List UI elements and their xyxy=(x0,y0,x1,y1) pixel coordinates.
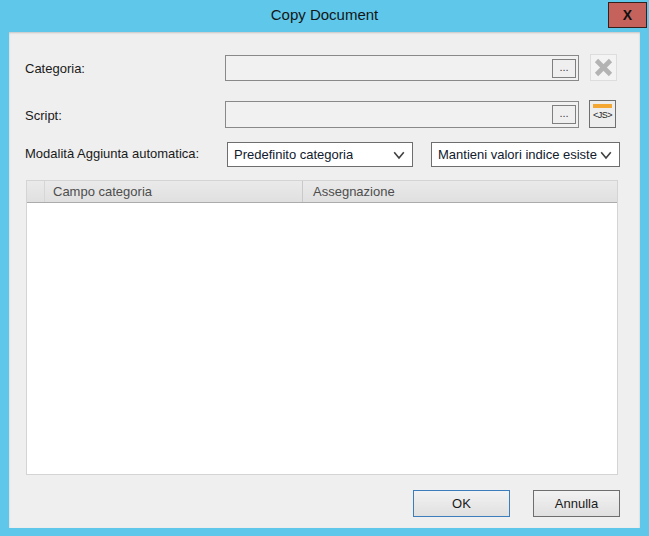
grid-column-assegnazione[interactable]: Assegnazione xyxy=(303,181,617,202)
chevron-down-icon xyxy=(600,151,612,160)
index-values-dropdown-value: Mantieni valori indice esistenti xyxy=(438,147,597,162)
script-field: ... xyxy=(225,101,579,128)
close-button[interactable]: X xyxy=(608,2,647,28)
mode-dropdown-value: Predefinito categoria xyxy=(234,147,353,162)
js-icon-label: <JS> xyxy=(593,108,612,123)
dialog-title: Copy Document xyxy=(0,6,649,23)
x-clear-icon xyxy=(594,58,613,77)
grid-body xyxy=(27,203,617,475)
index-values-dropdown[interactable]: Mantieni valori indice esistenti xyxy=(431,142,620,167)
categoria-browse-button[interactable]: ... xyxy=(552,59,576,78)
mode-dropdown[interactable]: Predefinito categoria xyxy=(227,142,413,167)
categoria-label: Categoria: xyxy=(25,61,85,76)
ok-button[interactable]: OK xyxy=(413,490,510,517)
grid-row-selector-header xyxy=(27,181,45,202)
edit-script-button[interactable]: <JS> xyxy=(589,100,616,128)
chevron-down-icon xyxy=(393,151,405,160)
grid-column-campo-categoria[interactable]: Campo categoria xyxy=(45,181,303,202)
script-browse-button[interactable]: ... xyxy=(552,105,576,124)
copy-document-dialog: Copy Document X Categoria: ... Script: .… xyxy=(0,0,649,536)
grid-header: Campo categoria Assegnazione xyxy=(27,181,617,203)
categoria-field: ... xyxy=(225,55,579,81)
assignment-grid: Campo categoria Assegnazione xyxy=(26,180,618,475)
modalita-label: Modalità Aggiunta automatica: xyxy=(25,146,199,161)
cancel-button[interactable]: Annulla xyxy=(533,490,620,517)
dialog-body: Categoria: ... Script: ... <JS> Modalità… xyxy=(9,32,640,528)
close-icon: X xyxy=(623,7,632,23)
clear-categoria-button xyxy=(590,54,617,81)
script-label: Script: xyxy=(25,108,62,123)
title-bar[interactable]: Copy Document xyxy=(0,0,649,32)
